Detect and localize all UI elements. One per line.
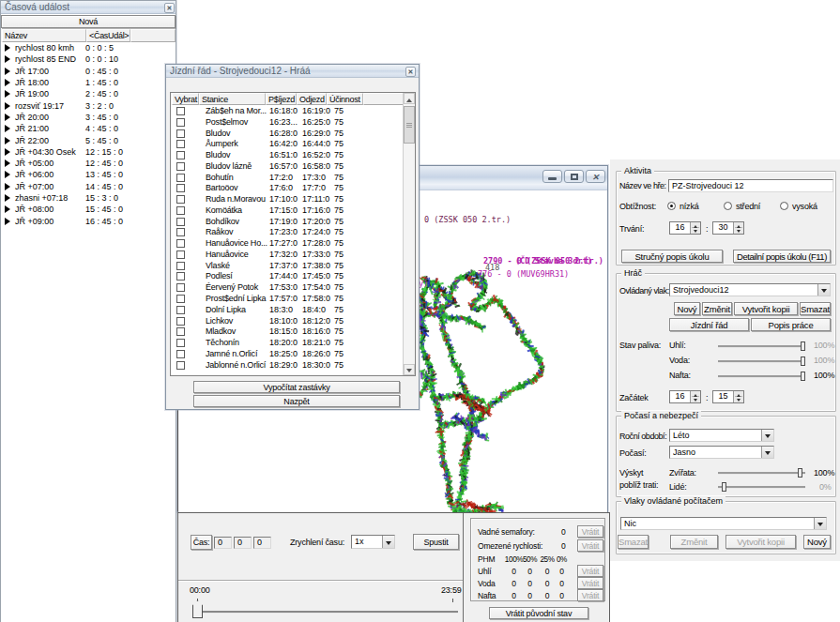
- event-row[interactable]: JŘ +09:0016 : 45 : 0: [1, 216, 176, 227]
- row-checkbox[interactable]: [176, 162, 185, 171]
- close-icon[interactable]: ✕: [405, 67, 416, 77]
- animals-slider[interactable]: [718, 472, 805, 474]
- ai-new-button[interactable]: Nový: [803, 535, 831, 549]
- difficulty-option-low[interactable]: nízká: [680, 202, 699, 212]
- minimize-icon[interactable]: [542, 170, 562, 183]
- people-slider[interactable]: [718, 486, 805, 488]
- row-checkbox[interactable]: [176, 361, 185, 370]
- difficulty-radio-medium[interactable]: [724, 202, 732, 210]
- row-checkbox[interactable]: [176, 184, 185, 192]
- row-checkbox[interactable]: [176, 174, 185, 182]
- row-checkbox[interactable]: [176, 262, 185, 270]
- event-row[interactable]: JŘ 20:003 : 45 : 0: [1, 112, 176, 123]
- timetable-row[interactable]: Mladkov18:15:018:16:075: [171, 326, 403, 338]
- event-row[interactable]: rychlost 80 kmh0 : 0 : 5: [1, 42, 176, 53]
- train-new-button[interactable]: Nový: [674, 302, 700, 315]
- timetable-row[interactable]: Komöátka17:15:017:16:075: [171, 205, 403, 217]
- row-checkbox[interactable]: [176, 239, 185, 248]
- return-fuel-button[interactable]: Vrátit: [577, 589, 603, 601]
- close-icon[interactable]: ✕: [164, 3, 175, 13]
- timetable-row[interactable]: Podlesí17:44:017:45:075: [171, 271, 403, 282]
- weather-select[interactable]: Jasno: [669, 446, 774, 459]
- timetable-row[interactable]: Těchonín18:20:018:21:075: [171, 338, 403, 349]
- fuel-slider-thumb[interactable]: [801, 341, 805, 351]
- row-checkbox[interactable]: [176, 327, 185, 336]
- row-checkbox[interactable]: [176, 118, 185, 127]
- time-button[interactable]: Čas:: [191, 535, 212, 550]
- row-checkbox[interactable]: [176, 129, 185, 138]
- difficulty-option-medium[interactable]: střední: [736, 202, 760, 212]
- duration-hours-spinner[interactable]: 16: [669, 221, 701, 235]
- timetable-row[interactable]: Åumperk16:42:016:44:075: [171, 139, 403, 150]
- ai-change-button[interactable]: Změnit: [670, 535, 718, 549]
- timetable-row[interactable]: Prost$ední Lipka17:57:017:58:075: [171, 294, 403, 305]
- train-delete-button[interactable]: Smazat: [800, 302, 831, 315]
- event-row[interactable]: JŘ +04:30 Osek12 : 15 : 0: [1, 146, 176, 158]
- row-checkbox[interactable]: [176, 283, 185, 292]
- chevron-down-icon[interactable]: [761, 430, 773, 441]
- time-events-titlebar[interactable]: Časová událost ✕: [1, 1, 176, 14]
- back-button[interactable]: Nazpět: [193, 395, 400, 407]
- event-row[interactable]: JŘ +08:0015 : 45 : 0: [1, 204, 176, 215]
- chevron-down-icon[interactable]: [382, 536, 394, 548]
- timetable-row[interactable]: Ruda n.Moravou17:10:017:11:075: [171, 194, 403, 205]
- difficulty-option-high[interactable]: vysoká: [792, 202, 817, 212]
- timetable-scrollbar[interactable]: [403, 93, 415, 375]
- scrollbar-thumb[interactable]: [404, 106, 415, 144]
- time-slider[interactable]: [193, 611, 458, 613]
- game-name-input[interactable]: PZ-Strojvedouci 12: [668, 179, 833, 192]
- difficulty-radio-low[interactable]: [667, 202, 676, 210]
- start-minutes-spinner[interactable]: 15: [712, 390, 744, 403]
- row-checkbox[interactable]: [176, 350, 185, 358]
- row-checkbox[interactable]: [176, 151, 185, 159]
- fuel-slider[interactable]: [718, 375, 805, 377]
- fuel-slider-thumb[interactable]: [801, 372, 805, 381]
- time-field-s[interactable]: 0: [253, 537, 271, 549]
- column-header-blank[interactable]: [363, 93, 405, 105]
- column-header-select[interactable]: Vybrat: [172, 93, 199, 105]
- season-select[interactable]: Léto: [669, 429, 774, 442]
- event-row[interactable]: JŘ +05:0012 : 45 : 0: [1, 158, 176, 169]
- timetable-row[interactable]: Bartoöov17:6:017:7:075: [171, 183, 403, 194]
- column-header-name[interactable]: Název: [2, 29, 86, 42]
- acceleration-select[interactable]: 1x: [351, 535, 395, 549]
- timetable-row[interactable]: Hanuåovice17:32:017:33:075: [171, 250, 403, 261]
- row-checkbox[interactable]: [176, 107, 185, 115]
- duration-minutes-spinner[interactable]: 30: [712, 221, 744, 235]
- return-speed-button[interactable]: Vrátit: [577, 539, 603, 552]
- timetable-row[interactable]: Jamné n.Orlicí18:25:018:26:075: [171, 349, 403, 360]
- row-checkbox[interactable]: [176, 250, 185, 259]
- scroll-up-icon[interactable]: [404, 93, 415, 104]
- row-checkbox[interactable]: [176, 228, 185, 236]
- job-description-button[interactable]: Popis práce: [751, 318, 831, 331]
- chevron-down-icon[interactable]: [761, 447, 773, 458]
- timetable-row[interactable]: Bludov lázně16:57:016:58:075: [171, 161, 403, 173]
- return-fuel-button[interactable]: Vrátit: [577, 577, 603, 589]
- return-fuel-button[interactable]: Vrátit: [577, 565, 603, 577]
- timetable-titlebar[interactable]: Jízdní řád - Strojvedouci12 - Hráá ✕: [166, 65, 419, 78]
- ai-delete-button[interactable]: Smazat: [618, 535, 649, 549]
- column-header-efficiency[interactable]: Účinnost: [327, 93, 363, 105]
- event-row[interactable]: JŘ 22:005 : 45 : 0: [1, 135, 176, 146]
- row-checkbox[interactable]: [176, 218, 185, 226]
- controlled-train-select[interactable]: Strojvedouci12: [669, 283, 831, 296]
- column-header-station[interactable]: Stanice: [199, 93, 266, 105]
- column-header-blank[interactable]: [130, 29, 176, 42]
- start-hours-spinner[interactable]: 16: [669, 390, 701, 403]
- timetable-row[interactable]: Bohdíkov17:19:017:20:075: [171, 217, 403, 228]
- row-checkbox[interactable]: [176, 195, 185, 204]
- close-icon[interactable]: ✕: [586, 170, 605, 183]
- row-checkbox[interactable]: [176, 306, 185, 314]
- event-row[interactable]: JŘ 19:002 : 45 : 0: [1, 88, 176, 99]
- time-field-m[interactable]: 0: [234, 537, 252, 549]
- row-checkbox[interactable]: [176, 339, 185, 347]
- column-header-departure[interactable]: Odjezd: [297, 93, 327, 105]
- calc-stops-button[interactable]: Vypočítat zastávky: [193, 381, 400, 393]
- row-checkbox[interactable]: [176, 140, 185, 148]
- people-slider-thumb[interactable]: [722, 482, 726, 492]
- timetable-row[interactable]: Post$elmov16:23...16:25:075: [171, 117, 403, 129]
- event-row[interactable]: zhasni +07:1815 : 3 : 0: [1, 192, 176, 204]
- timetable-row[interactable]: Bohutín17:2:017:3:075: [171, 173, 403, 184]
- row-checkbox[interactable]: [176, 206, 185, 215]
- fuel-slider[interactable]: [718, 345, 805, 347]
